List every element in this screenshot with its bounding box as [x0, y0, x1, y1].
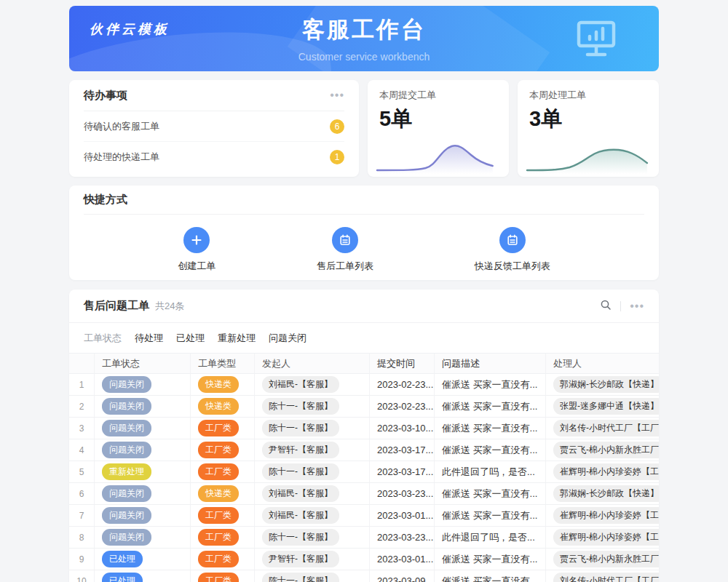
handler-pill: 刘名传-小时代工厂【工厂】 — [553, 573, 659, 582]
table-header-row: 工单状态 工单类型 发起人 提交时间 问题描述 处理人 — [69, 354, 659, 374]
problem-desc: 催派送 买家一直没有... — [435, 439, 546, 461]
row-number: 5 — [69, 461, 95, 482]
filter-option-processed[interactable]: 已处理 — [176, 332, 205, 345]
plus-icon — [183, 227, 210, 253]
status-pill: 已处理 — [102, 573, 143, 582]
submit-time: 2023-03-09... — [370, 570, 435, 582]
starter-pill: 刘福民-【客服】 — [262, 507, 339, 524]
status-pill: 问题关闭 — [102, 507, 151, 524]
problem-desc: 此件退回了吗，是否... — [435, 527, 546, 548]
shortcut-express-feedback-list[interactable]: 快递反馈工单列表 — [475, 227, 550, 273]
header-banner: 伙伴云模板 客服工作台 Customer service workbench — [69, 6, 659, 71]
problem-desc: 催派送 买家一直没有... — [435, 374, 546, 395]
handler-pill: 刘名传-小时代工厂【工厂】 — [553, 420, 659, 436]
search-icon[interactable] — [600, 299, 612, 314]
status-pill: 已处理 — [102, 551, 143, 567]
count-badge: 1 — [330, 150, 344, 164]
filter-option-closed[interactable]: 问题关闭 — [269, 332, 306, 345]
stat-title: 本周处理工单 — [529, 89, 647, 102]
worksheet-card: 售后问题工单 共24条 ••• 工单状态 待处理 已处理 重新处理 问题关闭 — [69, 290, 659, 582]
stat-card-submitted: 本周提交工单 5单 — [368, 80, 509, 177]
more-icon[interactable]: ••• — [330, 92, 344, 99]
submit-time: 2023-03-23... — [370, 527, 435, 548]
starter-pill: 陈十一-【客服】 — [262, 529, 339, 546]
todo-title: 待办事项 — [84, 89, 127, 103]
row-number: 3 — [69, 418, 95, 439]
handler-pill: 贾云飞-棉小内新永胜工厂【工厂】 — [553, 442, 659, 458]
sparkline-chart — [525, 136, 652, 174]
shortcuts-card: 快捷方式 创建工单 — [69, 186, 659, 280]
type-pill: 快递类 — [198, 398, 239, 415]
table-row[interactable]: 4 问题关闭 工厂类 尹智轩-【客服】 2023-03-17... 催派送 买家… — [69, 439, 659, 461]
starter-pill: 陈十一-【客服】 — [262, 420, 339, 436]
table-row[interactable]: 6 问题关闭 快递类 刘福民-【客服】 2023-03-23... 催派送 买家… — [69, 483, 659, 505]
shortcut-aftersale-list[interactable]: 售后工单列表 — [317, 227, 373, 273]
row-number: 7 — [69, 505, 95, 526]
todo-card: 待办事项 ••• 待确认的客服工单 6 待处理的快递工单 1 — [69, 80, 359, 177]
filter-option-reprocess[interactable]: 重新处理 — [218, 332, 256, 345]
todo-item-label: 待处理的快递工单 — [84, 151, 159, 164]
table-row[interactable]: 5 重新处理 工厂类 陈十一-【客服】 2023-03-17... 此件退回了吗… — [69, 461, 659, 483]
header-handler: 处理人 — [546, 354, 659, 373]
table-row[interactable]: 1 问题关闭 快递类 刘福民-【客服】 2023-02-23... 催派送 买家… — [69, 374, 659, 396]
handler-pill: 崔辉明-棉小内珍姿婷【工厂】 — [553, 463, 659, 480]
row-number: 10 — [69, 570, 95, 582]
handler-pill: 贾云飞-棉小内新永胜工厂【工厂】 — [553, 551, 659, 567]
todo-item[interactable]: 待处理的快递工单 1 — [84, 142, 344, 172]
tickets-table: 工单状态 工单类型 发起人 提交时间 问题描述 处理人 1 问题关闭 快递类 刘… — [69, 354, 659, 582]
row-number: 6 — [69, 483, 95, 504]
problem-desc: 催派送 买家一直没有... — [435, 549, 546, 570]
handler-pill: 郭淑娴-长沙邮政【快递】 — [553, 376, 659, 393]
status-pill: 问题关闭 — [102, 376, 151, 393]
table-row[interactable]: 3 问题关闭 工厂类 陈十一-【客服】 2023-03-10... 催派送 买家… — [69, 418, 659, 439]
problem-desc: 催派送 买家一直没有... — [435, 483, 546, 504]
monitor-chart-icon — [574, 18, 619, 62]
table-row[interactable]: 9 已处理 工厂类 尹智轩-【客服】 2023-03-01... 催派送 买家一… — [69, 549, 659, 570]
type-pill: 快递类 — [198, 376, 239, 393]
stat-value: 3单 — [529, 105, 647, 134]
shortcut-label: 快递反馈工单列表 — [475, 260, 550, 273]
shortcut-label: 售后工单列表 — [317, 260, 373, 273]
problem-desc: 催派送 买家一直没有 — [435, 570, 546, 582]
type-pill: 工厂类 — [198, 463, 239, 480]
table-row[interactable]: 7 问题关闭 工厂类 刘福民-【客服】 2023-03-01... 催派送 买家… — [69, 505, 659, 527]
problem-desc: 此件退回了吗，是否... — [435, 461, 546, 482]
table-row[interactable]: 2 问题关闭 快递类 陈十一-【客服】 2023-02-23... 催派送 买家… — [69, 396, 659, 418]
handler-pill: 崔辉明-棉小内珍姿婷【工厂】 — [553, 529, 659, 546]
problem-desc: 催派送 买家一直没有... — [435, 396, 546, 417]
starter-pill: 刘福民-【客服】 — [262, 485, 339, 502]
header-starter: 发起人 — [255, 354, 370, 373]
header-time: 提交时间 — [370, 354, 435, 373]
stat-value: 5单 — [379, 105, 497, 134]
handler-pill: 崔辉明-棉小内珍姿婷【工厂】 — [553, 507, 659, 524]
type-pill: 工厂类 — [198, 573, 239, 582]
filter-option-pending[interactable]: 待处理 — [135, 332, 163, 345]
shortcut-create-ticket[interactable]: 创建工单 — [178, 227, 215, 273]
starter-pill: 尹智轩-【客服】 — [262, 442, 339, 458]
starter-pill: 刘福民-【客服】 — [262, 376, 339, 393]
submit-time: 2023-03-10... — [370, 418, 435, 439]
row-number: 9 — [69, 549, 95, 570]
row-number: 4 — [69, 439, 95, 461]
todo-item-label: 待确认的客服工单 — [84, 120, 159, 133]
submit-time: 2023-02-23... — [370, 396, 435, 417]
submit-time: 2023-03-17... — [370, 439, 435, 461]
more-icon[interactable]: ••• — [630, 303, 644, 310]
table-row[interactable]: 10 已处理 工厂类 陈十一-【客服】 2023-03-09... 催派送 买家… — [69, 570, 659, 582]
type-pill: 工厂类 — [198, 529, 239, 546]
status-pill: 重新处理 — [102, 463, 151, 480]
submit-time: 2023-03-01... — [370, 505, 435, 526]
record-count: 共24条 — [155, 300, 184, 313]
table-row[interactable]: 8 问题关闭 工厂类 陈十一-【客服】 2023-03-23... 此件退回了吗… — [69, 527, 659, 549]
submit-time: 2023-03-01... — [370, 549, 435, 570]
todo-item[interactable]: 待确认的客服工单 6 — [84, 111, 344, 142]
status-pill: 问题关闭 — [102, 485, 151, 502]
problem-desc: 催派送 买家一直没有... — [435, 418, 546, 439]
status-pill: 问题关闭 — [102, 398, 151, 415]
handler-pill: 张盟-迷多娜中通【快递】 — [553, 398, 659, 415]
type-pill: 工厂类 — [198, 420, 239, 436]
header-row-number — [69, 354, 95, 373]
shortcuts-title: 快捷方式 — [84, 193, 127, 207]
header-type: 工单类型 — [191, 354, 255, 373]
type-pill: 工厂类 — [198, 551, 239, 567]
